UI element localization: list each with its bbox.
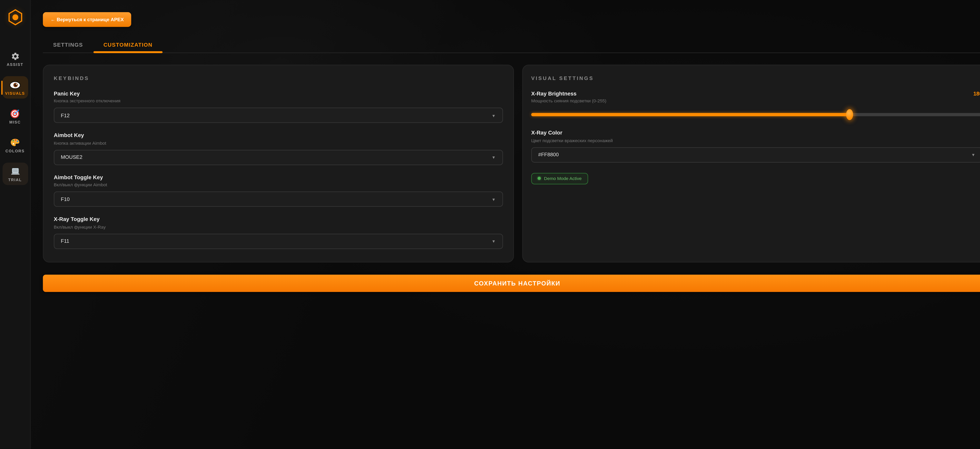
xray-brightness-description: Мощность сияния подсветки (0-255) (531, 99, 980, 103)
sidebar-item-label: COLORS (5, 149, 25, 153)
keybinds-section-title: KEYBINDS (54, 75, 503, 81)
xray-brightness-slider-fill (531, 113, 850, 116)
sidebar-item-misc[interactable]: MISC (2, 105, 28, 127)
panic-key-group: Panic Key Кнопка экстренного отключения … (54, 90, 503, 123)
sidebar-item-label: TRIAL (8, 178, 22, 182)
sidebar-item-label: MISC (10, 120, 21, 124)
aimbot-key-value: MOUSE2 (61, 154, 82, 160)
aimbot-key-description: Кнопка активации Aimbot (54, 141, 503, 145)
sidebar-item-assist[interactable]: ASSIST (2, 48, 28, 70)
main-content: ← Вернуться к странице APEX SETTINGS CUS… (31, 0, 980, 449)
chevron-down-icon: ▼ (971, 153, 975, 157)
panic-key-value: F12 (61, 113, 70, 118)
tab-bar: SETTINGS CUSTOMIZATION (43, 36, 980, 53)
xray-toggle-key-select[interactable]: F11 ▼ (54, 234, 503, 249)
tab-settings[interactable]: SETTINGS (43, 36, 93, 53)
xray-color-value: #FF8800 (538, 152, 559, 158)
xray-brightness-group: X-Ray Brightness 180 Мощность сияния под… (531, 90, 980, 121)
back-to-apex-button[interactable]: ← Вернуться к странице APEX (43, 12, 132, 27)
visual-settings-panel: VISUAL SETTINGS X-Ray Brightness 180 Мощ… (522, 65, 980, 262)
aimbot-key-group: Aimbot Key Кнопка активации Aimbot MOUSE… (54, 132, 503, 165)
chevron-down-icon: ▼ (492, 113, 496, 118)
aimbot-toggle-key-description: Вкл/выкл функции Aimbot (54, 183, 503, 187)
panic-key-label: Panic Key (54, 90, 503, 97)
chevron-down-icon: ▼ (492, 197, 496, 202)
app-root: ASSIST VISUALS (0, 0, 980, 449)
palette-icon (10, 138, 20, 147)
sidebar-item-label: ASSIST (7, 63, 23, 67)
panels-row: KEYBINDS Panic Key Кнопка экстренного от… (43, 65, 980, 262)
target-icon (10, 109, 20, 118)
active-indicator-bar (1, 80, 3, 94)
sidebar-nav: ASSIST VISUALS (0, 48, 30, 191)
xray-brightness-label: X-Ray Brightness (531, 90, 576, 97)
app-logo (8, 9, 22, 28)
xray-brightness-value: 180 (973, 90, 980, 97)
sidebar-item-visuals[interactable]: VISUALS (2, 76, 28, 99)
aimbot-toggle-key-value: F10 (61, 196, 70, 202)
aimbot-toggle-key-select[interactable]: F10 ▼ (54, 191, 503, 207)
chevron-down-icon: ▼ (492, 155, 496, 159)
panic-key-select[interactable]: F12 ▼ (54, 108, 503, 123)
gear-icon (11, 51, 20, 61)
xray-toggle-key-group: X-Ray Toggle Key Вкл/выкл функции X-Ray … (54, 216, 503, 249)
xray-color-group: X-Ray Color Цвет подсветки вражеских пер… (531, 129, 980, 162)
xray-toggle-key-description: Вкл/выкл функции X-Ray (54, 224, 503, 229)
xray-toggle-key-value: F11 (61, 239, 69, 244)
tab-customization[interactable]: CUSTOMIZATION (93, 36, 163, 53)
sidebar: ASSIST VISUALS (0, 0, 31, 449)
sidebar-item-colors[interactable]: COLORS (2, 134, 28, 156)
laptop-icon (10, 166, 20, 176)
xray-toggle-key-label: X-Ray Toggle Key (54, 216, 503, 222)
aimbot-toggle-key-group: Aimbot Toggle Key Вкл/выкл функции Aimbo… (54, 174, 503, 207)
aimbot-toggle-key-label: Aimbot Toggle Key (54, 174, 503, 180)
xray-color-description: Цвет подсветки вражеских персонажей (531, 138, 980, 143)
demo-mode-badge-label: Demo Mode Active (544, 176, 582, 181)
keybinds-panel: KEYBINDS Panic Key Кнопка экстренного от… (43, 65, 514, 262)
hexagon-logo-icon (8, 9, 22, 26)
xray-color-select[interactable]: #FF8800 ▼ (531, 147, 980, 162)
eye-icon (10, 80, 21, 89)
sidebar-item-trial[interactable]: TRIAL (2, 162, 28, 185)
xray-brightness-slider[interactable] (531, 109, 980, 121)
xray-color-label: X-Ray Color (531, 129, 980, 136)
chevron-down-icon: ▼ (492, 239, 496, 244)
aimbot-key-label: Aimbot Key (54, 132, 503, 139)
visual-settings-section-title: VISUAL SETTINGS (531, 75, 980, 81)
demo-mode-badge: Demo Mode Active (531, 173, 588, 184)
save-settings-button[interactable]: СОХРАНИТЬ НАСТРОЙКИ (43, 274, 980, 292)
status-dot-icon (538, 177, 541, 180)
panic-key-description: Кнопка экстренного отключения (54, 99, 503, 103)
aimbot-key-select[interactable]: MOUSE2 ▼ (54, 150, 503, 165)
xray-brightness-slider-thumb[interactable] (846, 110, 853, 120)
sidebar-item-label: VISUALS (5, 92, 25, 96)
